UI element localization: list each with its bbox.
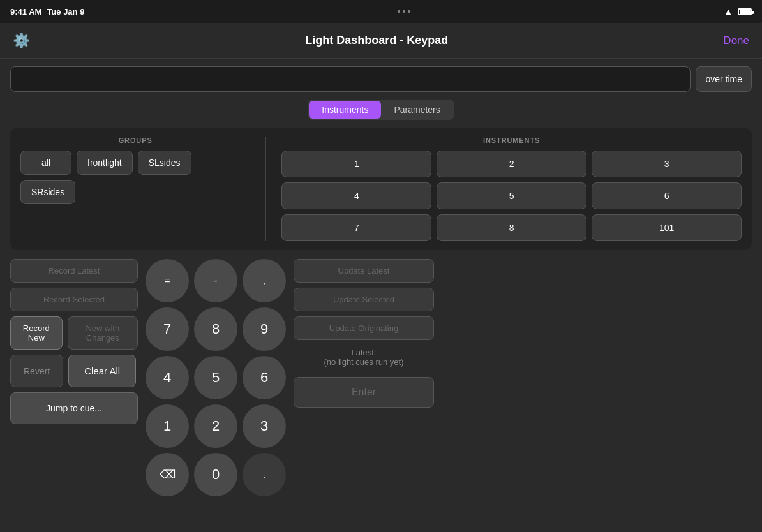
key-3[interactable]: 3 [243,404,286,448]
new-with-changes-button[interactable]: New with Changes [68,316,138,350]
battery-icon [738,8,752,15]
keypad-row-3: 4 5 6 [146,356,286,399]
groups-label: GROUPS [20,137,250,144]
search-input[interactable] [10,66,691,92]
inst-3[interactable]: 3 [592,151,742,177]
update-originating-button[interactable]: Update Originating [294,316,434,340]
dot1 [398,10,400,13]
key-0[interactable]: 0 [194,453,237,496]
inst-7[interactable]: 7 [281,214,431,241]
keypad-row-5: ⌫ 0 . [146,453,286,496]
left-controls: Record Latest Record Selected Record New… [10,259,138,424]
key-2[interactable]: 2 [194,404,237,448]
keypad: = - , 7 8 9 4 5 6 1 2 3 ⌫ 0 . [146,259,286,496]
dot3 [408,10,410,13]
update-latest-button[interactable]: Update Latest [294,259,434,283]
jump-to-cue-button[interactable]: Jump to cue... [10,392,138,424]
status-date: Tue Jan 9 [47,7,84,17]
status-time: 9:41 AM [10,7,41,17]
key-6[interactable]: 6 [243,356,286,399]
key-equals[interactable]: = [146,259,189,302]
status-right: ▲ [724,6,752,17]
bottom-section: Record Latest Record Selected Record New… [0,259,762,496]
update-selected-button[interactable]: Update Selected [294,288,434,311]
instruments-col: INSTRUMENTS 1 2 3 4 5 6 7 8 101 [281,137,742,241]
instruments-label: INSTRUMENTS [281,137,742,144]
group-srsides[interactable]: SRsides [20,180,75,204]
keypad-row-4: 1 2 3 [146,404,286,448]
enter-button[interactable]: Enter [294,377,434,408]
group-slsides[interactable]: SLsides [138,151,191,175]
record-new-button[interactable]: Record New [10,316,63,350]
group-frontlight[interactable]: frontlight [77,151,133,175]
inst-2[interactable]: 2 [437,151,586,177]
groups-grid: all frontlight SLsides SRsides [20,151,250,204]
key-dot[interactable]: . [243,453,286,496]
tab-parameters[interactable]: Parameters [381,101,452,119]
right-controls: Update Latest Update Selected Update Ori… [294,259,434,408]
revert-button[interactable]: Revert [10,355,63,387]
status-bar: 9:41 AM Tue Jan 9 ▲ [0,0,762,23]
tabs-section: Instruments Parameters [0,100,762,120]
gear-icon[interactable]: ⚙️ [13,33,30,49]
inst-5[interactable]: 5 [437,182,586,209]
instruments-grid: 1 2 3 4 5 6 7 8 101 [281,151,742,241]
record-selected-button[interactable]: Record Selected [10,288,138,311]
key-7[interactable]: 7 [146,307,189,351]
inst-8[interactable]: 8 [437,214,586,241]
inst-101[interactable]: 101 [592,214,742,241]
panel-divider [265,137,266,241]
battery-fill [740,10,751,15]
bottom-left-row: Revert Clear All [10,355,138,387]
keypad-row-2: 7 8 9 [146,307,286,351]
page-title: Light Dashboard - Keypad [305,34,448,47]
clear-all-button[interactable]: Clear All [68,355,136,387]
key-1[interactable]: 1 [146,404,189,448]
key-9[interactable]: 9 [243,307,286,351]
inst-4[interactable]: 4 [281,182,431,209]
status-center [398,10,410,13]
key-5[interactable]: 5 [194,356,237,399]
groups-col: GROUPS all frontlight SLsides SRsides [20,137,250,241]
group-all[interactable]: all [20,151,71,175]
dot2 [403,10,405,13]
search-section: over time [0,59,762,100]
gi-panel: GROUPS all frontlight SLsides SRsides IN… [10,128,752,250]
done-button[interactable]: Done [723,34,749,47]
key-8[interactable]: 8 [194,307,237,351]
overtime-button[interactable]: over time [696,66,752,92]
key-minus[interactable]: - [194,259,237,302]
key-comma[interactable]: , [243,259,286,302]
keypad-row-1: = - , [146,259,286,302]
tab-instruments[interactable]: Instruments [309,101,381,119]
latest-info: Latest: (no light cues run yet) [294,348,434,367]
tab-group: Instruments Parameters [308,100,454,120]
inst-6[interactable]: 6 [592,182,742,209]
nav-bar: ⚙️ Light Dashboard - Keypad Done [0,23,762,59]
record-row: Record New New with Changes [10,316,138,350]
latest-value: (no light cues run yet) [294,357,434,367]
inst-1[interactable]: 1 [281,151,431,177]
key-4[interactable]: 4 [146,356,189,399]
latest-label: Latest: [294,348,434,357]
wifi-icon: ▲ [724,6,733,17]
record-latest-button[interactable]: Record Latest [10,259,138,283]
key-backspace[interactable]: ⌫ [146,453,189,496]
